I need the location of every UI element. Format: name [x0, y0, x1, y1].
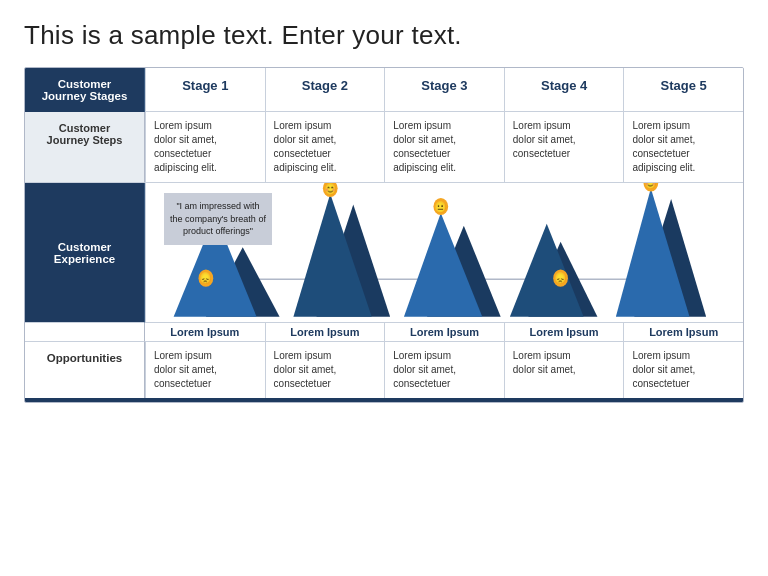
step-cell-1: Lorem ipsum dolor sit amet, consectetuer…: [145, 112, 265, 183]
mountain-labels-filler: [25, 323, 145, 342]
emoji-3-face: 😐: [434, 199, 447, 214]
experience-chart-area: "I am impressed with the company's breat…: [145, 183, 743, 323]
stage-4-header: Stage 4: [504, 68, 624, 112]
stage-1-header: Stage 1: [145, 68, 265, 112]
table-grid: Customer Journey Stages Stage 1 Stage 2 …: [25, 68, 743, 402]
step-cell-5: Lorem ipsum dolor sit amet, consectetuer…: [623, 112, 743, 183]
page-container: This is a sample text. Enter your text. …: [0, 0, 768, 415]
emoji-1-face: 😞: [199, 271, 212, 286]
step-cell-3: Lorem ipsum dolor sit amet, consectetuer…: [384, 112, 504, 183]
header-row-label: Customer Journey Stages: [25, 68, 145, 112]
opp-cell-1: Lorem ipsum dolor sit amet, consectetuer: [145, 342, 265, 398]
opp-cell-2: Lorem ipsum dolor sit amet, consectetuer: [265, 342, 385, 398]
customer-quote-tooltip: "I am impressed with the company's breat…: [164, 193, 272, 245]
emoji-2-face: 😊: [324, 183, 337, 196]
journey-steps-label: Customer Journey Steps: [25, 112, 145, 183]
mountain-label-4: Lorem Ipsum: [504, 323, 624, 342]
opp-cell-4: Lorem ipsum dolor sit amet,: [504, 342, 624, 398]
mountain-label-2: Lorem Ipsum: [265, 323, 385, 342]
mountain-label-3: Lorem Ipsum: [384, 323, 504, 342]
bottom-accent-bar: [25, 398, 743, 402]
stage-3-header: Stage 3: [384, 68, 504, 112]
opp-cell-3: Lorem ipsum dolor sit amet, consectetuer: [384, 342, 504, 398]
emoji-5-face: 😊: [644, 183, 657, 190]
emoji-4-face: 😞: [554, 271, 567, 286]
customer-experience-label: Customer Experience: [25, 183, 145, 323]
stage-2-header: Stage 2: [265, 68, 385, 112]
step-cell-2: Lorem ipsum dolor sit amet, consectetuer…: [265, 112, 385, 183]
page-title: This is a sample text. Enter your text.: [24, 20, 744, 51]
stage-5-header: Stage 5: [623, 68, 743, 112]
opp-cell-5: Lorem ipsum dolor sit amet, consectetuer: [623, 342, 743, 398]
step-cell-4: Lorem ipsum dolor sit amet, consectetuer: [504, 112, 624, 183]
journey-table: Customer Journey Stages Stage 1 Stage 2 …: [24, 67, 744, 403]
mountain-label-1: Lorem Ipsum: [145, 323, 265, 342]
opportunities-label: Opportunities: [25, 342, 145, 398]
mountain-label-5: Lorem Ipsum: [623, 323, 743, 342]
